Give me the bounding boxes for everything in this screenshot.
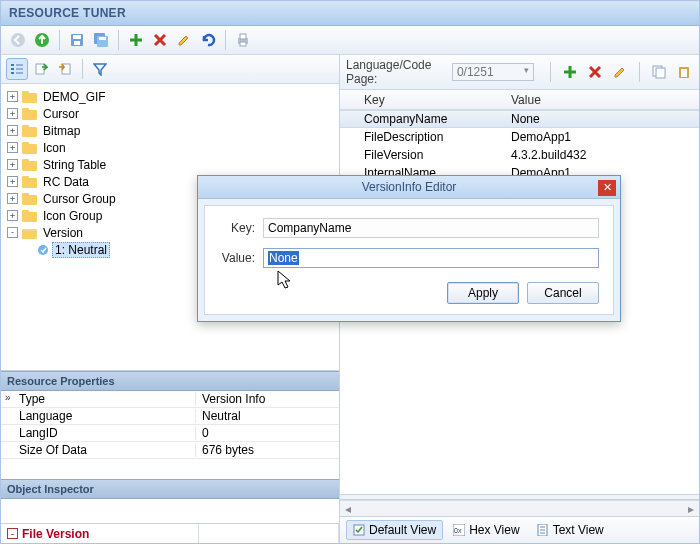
svg-rect-30 <box>22 176 29 179</box>
versioninfo-editor-dialog: VersionInfo Editor ✕ Key: CompanyName Va… <box>197 175 621 322</box>
svg-rect-17 <box>36 64 44 74</box>
text-view-icon <box>537 524 549 536</box>
expand-icon[interactable]: + <box>7 193 18 204</box>
tree-toolbar <box>1 55 339 84</box>
delete-button[interactable] <box>149 29 171 51</box>
svg-rect-13 <box>11 72 14 74</box>
tree-item-cursor[interactable]: +Cursor <box>5 105 337 122</box>
forward-button[interactable] <box>31 29 53 51</box>
scroll-right-icon[interactable]: ▸ <box>683 501 699 516</box>
save-button[interactable] <box>66 29 88 51</box>
export-button[interactable] <box>30 58 52 80</box>
language-combo[interactable]: 0/1251 <box>452 63 534 81</box>
grid-header: Key Value <box>340 90 699 110</box>
save-all-button[interactable] <box>90 29 112 51</box>
svg-rect-38 <box>656 68 665 78</box>
scroll-left-icon[interactable]: ◂ <box>340 501 356 516</box>
col-value[interactable]: Value <box>505 93 699 107</box>
folder-icon <box>22 193 41 205</box>
filter-button[interactable] <box>89 58 111 80</box>
svg-rect-12 <box>11 68 14 70</box>
svg-rect-15 <box>16 68 23 70</box>
svg-text:0x: 0x <box>454 527 462 534</box>
tab-text-view[interactable]: Text View <box>530 520 611 540</box>
tree-item-stringtable[interactable]: +String Table <box>5 156 337 173</box>
tree-item-bitmap[interactable]: +Bitmap <box>5 122 337 139</box>
tab-default-view[interactable]: Default View <box>346 520 443 540</box>
view-tabs: Default View 0xHex View Text View <box>340 516 699 543</box>
svg-rect-28 <box>22 159 29 162</box>
value-input[interactable]: None <box>263 248 599 268</box>
svg-rect-27 <box>22 161 37 171</box>
collapse-icon[interactable]: - <box>7 227 18 238</box>
folder-icon <box>22 125 41 137</box>
expand-icon[interactable]: + <box>7 210 18 221</box>
prop-row: LanguageNeutral <box>1 408 339 425</box>
expand-icon[interactable]: + <box>7 91 18 102</box>
delete-lang-button[interactable] <box>586 61 605 83</box>
svg-rect-25 <box>22 144 37 154</box>
expand-icon[interactable]: + <box>7 142 18 153</box>
prop-row: Size Of Data676 bytes <box>1 442 339 459</box>
import-button[interactable] <box>54 58 76 80</box>
hex-view-icon: 0x <box>453 524 465 536</box>
folder-icon <box>22 108 41 120</box>
grid-row[interactable]: FileDescriptionDemoApp1 <box>340 128 699 146</box>
expand-icon[interactable]: + <box>7 125 18 136</box>
grid-row[interactable]: FileVersion4.3.2.build432 <box>340 146 699 164</box>
separator <box>639 62 640 82</box>
expand-icon[interactable]: + <box>7 159 18 170</box>
resource-properties: TypeVersion Info LanguageNeutral LangID0… <box>1 391 339 479</box>
main-toolbar <box>1 26 699 55</box>
print-button[interactable] <box>232 29 254 51</box>
svg-rect-33 <box>22 212 37 222</box>
svg-point-0 <box>11 33 25 47</box>
svg-rect-22 <box>22 108 29 111</box>
separator <box>82 59 83 79</box>
paste-button[interactable] <box>674 61 693 83</box>
folder-icon <box>22 142 41 154</box>
svg-rect-24 <box>22 125 29 128</box>
col-key[interactable]: Key <box>340 93 505 107</box>
edit-button[interactable] <box>173 29 195 51</box>
svg-rect-31 <box>22 195 37 205</box>
tree-item-demo-gif[interactable]: +DEMO_GIF <box>5 88 337 105</box>
undo-button[interactable] <box>197 29 219 51</box>
folder-open-icon <box>22 227 41 239</box>
svg-rect-16 <box>16 72 23 74</box>
folder-icon <box>22 176 41 188</box>
dialog-title: VersionInfo Editor ✕ <box>198 176 620 199</box>
collapse-icon[interactable]: - <box>7 528 18 539</box>
svg-rect-34 <box>22 210 29 213</box>
svg-rect-3 <box>73 35 81 39</box>
close-button[interactable]: ✕ <box>598 180 616 196</box>
language-label: Language/Code Page: <box>346 58 446 86</box>
svg-rect-21 <box>22 110 37 120</box>
copy-button[interactable] <box>650 61 669 83</box>
key-label: Key: <box>219 221 255 235</box>
object-inspector-header: Object Inspector <box>1 479 339 499</box>
expand-icon[interactable]: + <box>7 176 18 187</box>
apply-button[interactable]: Apply <box>447 282 519 304</box>
tree-item-icon[interactable]: +Icon <box>5 139 337 156</box>
grid-row[interactable]: CompanyNameNone <box>340 110 699 128</box>
h-scrollbar[interactable]: ◂▸ <box>340 500 699 516</box>
value-label: Value: <box>219 251 255 265</box>
resource-properties-header: Resource Properties <box>1 371 339 391</box>
svg-rect-7 <box>99 37 106 40</box>
tab-hex-view[interactable]: 0xHex View <box>446 520 526 540</box>
back-button[interactable] <box>7 29 29 51</box>
cancel-button[interactable]: Cancel <box>527 282 599 304</box>
key-input[interactable]: CompanyName <box>263 218 599 238</box>
object-inspector <box>1 499 339 523</box>
tree-view-button[interactable] <box>6 58 28 80</box>
svg-rect-9 <box>240 34 246 39</box>
add-lang-button[interactable] <box>561 61 580 83</box>
file-version-panel[interactable]: -File Version <box>1 524 199 543</box>
expand-icon[interactable]: + <box>7 108 18 119</box>
add-button[interactable] <box>125 29 147 51</box>
edit-lang-button[interactable] <box>610 61 629 83</box>
svg-rect-23 <box>22 127 37 137</box>
folder-icon <box>22 159 41 171</box>
prop-row: TypeVersion Info <box>1 391 339 408</box>
